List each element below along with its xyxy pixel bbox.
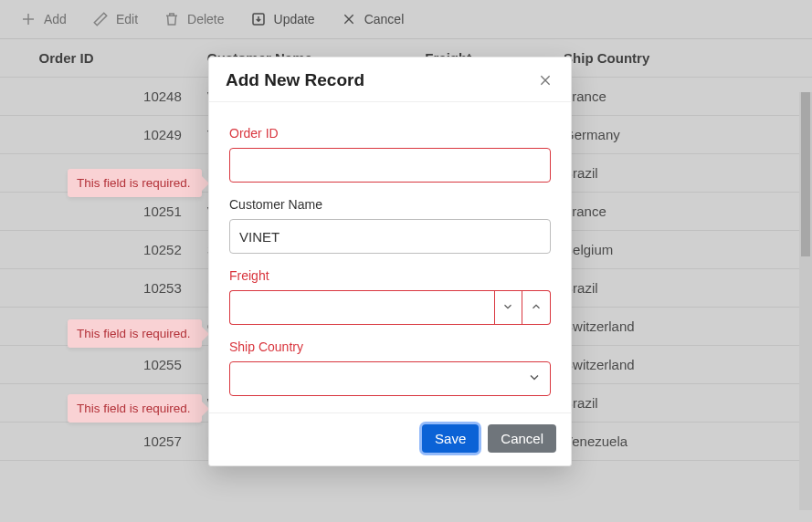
dialog-body: Order ID Customer Name Freight bbox=[209, 102, 571, 412]
validation-callout-ship-country: This field is required. bbox=[68, 394, 202, 423]
label-freight: Freight bbox=[229, 268, 551, 283]
validation-callout-order-id: This field is required. bbox=[68, 169, 202, 197]
input-customer-name[interactable] bbox=[229, 219, 551, 254]
dialog-footer: Save Cancel bbox=[209, 412, 571, 465]
label-customer-name: Customer Name bbox=[229, 197, 551, 212]
chevron-up-icon bbox=[530, 300, 543, 316]
label-order-id: Order ID bbox=[229, 126, 551, 141]
add-record-dialog: Add New Record Order ID Customer Name Fr… bbox=[208, 57, 572, 466]
validation-callout-freight: This field is required. bbox=[68, 319, 202, 348]
input-order-id[interactable] bbox=[229, 148, 551, 183]
freight-increment[interactable] bbox=[522, 290, 551, 325]
field-freight: Freight bbox=[229, 268, 551, 325]
field-ship-country: Ship Country bbox=[229, 339, 551, 396]
dialog-header: Add New Record bbox=[209, 57, 571, 102]
field-customer-name: Customer Name bbox=[229, 197, 551, 254]
chevron-down-icon bbox=[527, 371, 542, 388]
close-icon[interactable] bbox=[536, 71, 554, 89]
input-freight[interactable] bbox=[229, 290, 494, 325]
select-ship-country[interactable] bbox=[229, 361, 551, 396]
dialog-cancel-button[interactable]: Cancel bbox=[488, 424, 556, 453]
dialog-title: Add New Record bbox=[226, 70, 364, 90]
field-order-id: Order ID bbox=[229, 126, 551, 183]
freight-decrement[interactable] bbox=[494, 290, 522, 325]
save-button[interactable]: Save bbox=[422, 424, 479, 453]
label-ship-country: Ship Country bbox=[229, 339, 551, 354]
chevron-down-icon bbox=[501, 300, 514, 316]
